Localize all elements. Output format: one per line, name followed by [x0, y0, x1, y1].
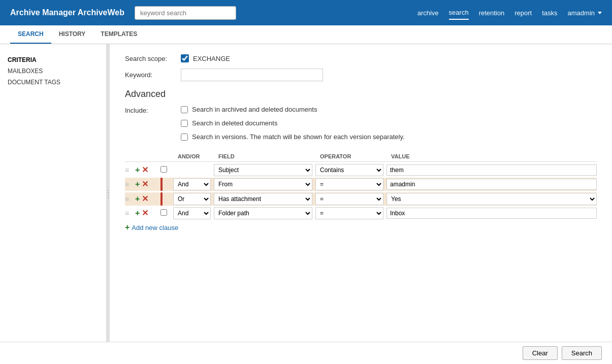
operator-select-4[interactable]: = Contains — [315, 207, 383, 219]
dot — [108, 197, 109, 198]
include-row: Include: Search in archived and deleted … — [125, 106, 597, 144]
clause-operator-1: Contains = — [315, 164, 386, 176]
include-archived-deleted-label: Search in archived and deleted documents — [192, 106, 317, 113]
clause-check-3 — [160, 192, 173, 206]
clause-value-4 — [386, 208, 597, 219]
field-select-4[interactable]: Folder path Subject From Has attachment — [214, 207, 312, 219]
nav-amadmin-label[interactable]: amadmin — [568, 7, 595, 19]
drag-handle-1[interactable]: ≡ — [125, 166, 135, 174]
include-deleted-label: Search in deleted documents — [192, 119, 277, 127]
operator-select-3[interactable]: = Contains — [315, 193, 383, 205]
header: Archive Manager ArchiveWeb archive searc… — [0, 0, 612, 25]
nav-amadmin[interactable]: amadmin — [568, 7, 602, 19]
keyword-row: Keyword: — [125, 69, 597, 81]
tab-history[interactable]: HISTORY — [51, 25, 93, 44]
include-versions-label: Search in versions. The match will be sh… — [192, 133, 405, 141]
highlight-bar-3 — [160, 192, 163, 206]
clause-value-1 — [386, 164, 597, 176]
clause-actions-4: + ✕ — [135, 209, 160, 217]
col-operator-header: OPERATOR — [318, 153, 389, 159]
col-field-header: FIELD — [216, 153, 318, 159]
add-new-clause-icon: + — [125, 223, 130, 231]
clause-row-3: ≡ + ✕ Or And Has attachment — [125, 192, 597, 206]
operator-select-1[interactable]: Contains = — [315, 164, 383, 176]
andor-select-2[interactable]: And Or — [173, 178, 211, 190]
andor-select-3[interactable]: Or And — [173, 193, 211, 205]
clause-value-2 — [386, 179, 597, 190]
value-input-2[interactable] — [386, 179, 597, 190]
operator-select-2[interactable]: = Contains — [315, 178, 383, 190]
search-scope-row: Search scope: EXCHANGE — [125, 54, 597, 62]
clause-andor-3: Or And — [173, 193, 214, 205]
clause-row-2: ≡ + ✕ And Or From Subject — [125, 178, 597, 191]
dot — [108, 190, 109, 191]
add-new-clause-row[interactable]: + Add new clause — [125, 223, 597, 231]
app-title: Archive Manager ArchiveWeb — [10, 8, 124, 17]
add-clause-3-button[interactable]: + — [135, 195, 140, 203]
value-input-4[interactable] — [386, 208, 597, 219]
field-select-1[interactable]: Subject From Has attachment Folder path — [214, 164, 312, 176]
main-layout: CRITERIA MAILBOXES DOCUMENT TAGS Search … — [0, 44, 612, 344]
remove-clause-4-button[interactable]: ✕ — [142, 209, 148, 217]
dot — [108, 195, 109, 196]
clause-row-4: ≡ + ✕ And Or Folder path — [125, 207, 597, 219]
clause-checkbox-1[interactable] — [160, 166, 167, 173]
clause-actions-3: + ✕ — [135, 195, 160, 203]
sidebar: CRITERIA MAILBOXES DOCUMENT TAGS — [0, 44, 107, 344]
add-clause-4-button[interactable]: + — [135, 209, 140, 217]
clause-checkbox-4[interactable] — [160, 209, 167, 216]
clause-value-3: Yes No — [386, 193, 597, 205]
exchange-label: EXCHANGE — [193, 55, 230, 62]
sidebar-item-document-tags[interactable]: DOCUMENT TAGS — [8, 77, 99, 88]
drag-handle-2[interactable]: ≡ — [125, 180, 135, 188]
include-check-3: Search in versions. The match will be sh… — [181, 133, 405, 141]
value-select-3[interactable]: Yes No — [386, 193, 597, 205]
clause-field-1: Subject From Has attachment Folder path — [214, 164, 315, 176]
nav-retention[interactable]: retention — [479, 7, 505, 19]
header-search-container — [135, 6, 236, 20]
keyword-search-input[interactable] — [135, 6, 236, 20]
keyword-label: Keyword: — [125, 71, 181, 79]
tab-templates[interactable]: TEMPLATES — [93, 25, 145, 44]
dot — [108, 192, 109, 193]
include-checks: Search in archived and deleted documents… — [181, 106, 405, 144]
sidebar-item-criteria[interactable]: CRITERIA — [8, 54, 99, 65]
include-versions-checkbox[interactable] — [181, 134, 188, 141]
col-andor-header: AND/OR — [176, 153, 216, 159]
nav-report[interactable]: report — [514, 7, 532, 19]
value-input-1[interactable] — [386, 164, 597, 176]
andor-select-4[interactable]: And Or — [173, 207, 211, 219]
drag-handle-4[interactable]: ≡ — [125, 209, 135, 217]
sidebar-item-mailboxes[interactable]: MAILBOXES — [8, 65, 99, 77]
advanced-title: Advanced — [125, 89, 597, 100]
clause-field-4: Folder path Subject From Has attachment — [214, 207, 315, 219]
add-clause-2-button[interactable]: + — [135, 180, 140, 188]
content-area: Search scope: EXCHANGE Keyword: Advanced… — [110, 44, 612, 344]
clauses-header: AND/OR FIELD OPERATOR VALUE — [125, 151, 597, 162]
nav-tasks[interactable]: tasks — [542, 7, 557, 19]
nav-archive[interactable]: archive — [417, 7, 439, 19]
nav-search[interactable]: search — [449, 6, 469, 20]
clause-operator-4: = Contains — [315, 207, 386, 219]
remove-clause-1-button[interactable]: ✕ — [142, 166, 148, 174]
bottom-bar: Clear Search — [0, 342, 612, 344]
clause-andor-4: And Or — [173, 207, 214, 219]
header-nav: archive search retention report tasks am… — [417, 6, 602, 20]
include-deleted-checkbox[interactable] — [181, 120, 188, 127]
clause-andor-2: And Or — [173, 178, 214, 190]
remove-clause-3-button[interactable]: ✕ — [142, 195, 148, 203]
tab-search[interactable]: SEARCH — [10, 25, 51, 44]
col-value-header: VALUE — [389, 153, 597, 159]
keyword-input[interactable] — [181, 69, 323, 81]
include-archived-deleted-checkbox[interactable] — [181, 106, 188, 113]
field-select-3[interactable]: Has attachment Subject From Folder path — [214, 193, 312, 205]
field-select-2[interactable]: From Subject Has attachment Folder path — [214, 178, 312, 190]
clause-actions-1: + ✕ — [135, 166, 160, 174]
remove-clause-2-button[interactable]: ✕ — [142, 180, 148, 188]
highlight-bar-2 — [160, 178, 163, 191]
keyword-field-container — [181, 69, 597, 81]
exchange-checkbox[interactable] — [181, 54, 189, 62]
add-clause-1-button[interactable]: + — [135, 166, 140, 174]
include-check-2: Search in deleted documents — [181, 119, 405, 127]
drag-handle-3[interactable]: ≡ — [125, 195, 135, 203]
